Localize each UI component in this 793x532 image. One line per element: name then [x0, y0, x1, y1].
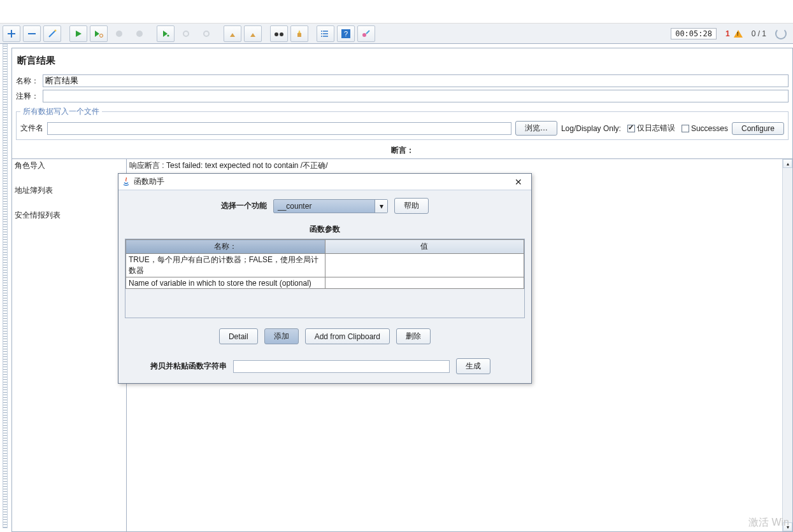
- svg-point-3: [136, 31, 143, 37]
- svg-point-2: [116, 31, 122, 37]
- svg-point-7: [275, 32, 278, 36]
- thread-ratio: 0 / 1: [752, 29, 766, 38]
- gear1-icon: [177, 25, 195, 42]
- shutdown-icon[interactable]: [157, 25, 175, 42]
- plus-icon[interactable]: [3, 25, 20, 42]
- minus-icon[interactable]: [23, 25, 41, 42]
- help-icon[interactable]: ?: [337, 25, 355, 42]
- svg-point-15: [362, 33, 366, 37]
- svg-text:?: ?: [344, 30, 348, 38]
- svg-point-10: [321, 31, 322, 32]
- svg-point-6: [204, 31, 209, 36]
- elapsed-timer: 00:05:28: [671, 28, 717, 39]
- svg-point-11: [321, 33, 322, 34]
- window-titlebar: [0, 0, 793, 24]
- stop-icon: [110, 25, 128, 42]
- main-toolbar: ? 00:05:28 1 0 / 1: [0, 24, 793, 44]
- broom1-icon[interactable]: [224, 25, 241, 42]
- record-icon[interactable]: [357, 25, 375, 42]
- svg-rect-9: [297, 33, 301, 37]
- activity-spinner: [775, 28, 787, 39]
- list-icon[interactable]: [317, 25, 334, 42]
- svg-point-4: [167, 34, 169, 36]
- svg-point-5: [183, 31, 189, 36]
- play-icon[interactable]: [69, 25, 87, 42]
- broom3-icon[interactable]: [290, 25, 308, 42]
- error-count: 1: [725, 29, 730, 38]
- wand-icon[interactable]: [43, 25, 61, 42]
- play-next-icon[interactable]: [90, 25, 108, 42]
- svg-point-12: [321, 36, 322, 37]
- stop-soft-icon: [131, 25, 148, 42]
- broom2-icon[interactable]: [244, 25, 262, 42]
- svg-point-1: [100, 34, 103, 37]
- svg-point-8: [280, 32, 283, 36]
- gear2-icon: [197, 25, 215, 42]
- svg-point-0: [55, 29, 57, 31]
- warning-icon[interactable]: [734, 30, 743, 38]
- binoculars-icon[interactable]: [270, 25, 288, 42]
